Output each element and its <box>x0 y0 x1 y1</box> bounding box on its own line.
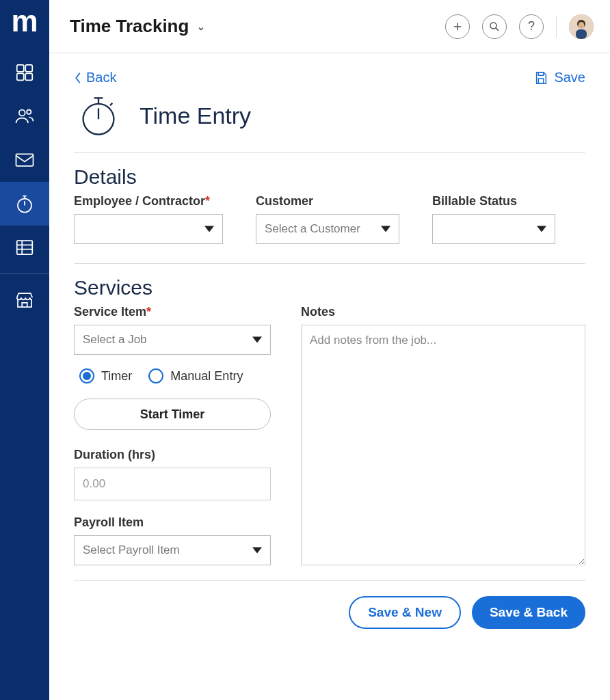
table-icon <box>14 237 35 258</box>
save-icon <box>533 70 548 85</box>
payroll-select[interactable]: Select Payroll Item <box>74 535 271 565</box>
details-row: Employee / Contractor* Customer Select a… <box>74 194 585 244</box>
save-back-button[interactable]: Save & Back <box>472 596 585 629</box>
page-title-row: Time Entry <box>74 94 585 137</box>
caret-down-icon <box>204 226 214 232</box>
sidebar-divider <box>0 273 49 274</box>
search-button[interactable] <box>482 14 507 39</box>
content: Back Save Time Entry Details Employee / … <box>49 53 610 700</box>
radio-circle-checked-icon <box>79 368 94 383</box>
section-divider <box>74 152 585 153</box>
footer-row: Save & New Save & Back <box>74 581 585 648</box>
header-actions: ? <box>445 14 594 39</box>
radio-manual-label: Manual Entry <box>170 369 243 383</box>
plus-icon <box>451 21 464 33</box>
people-icon <box>14 106 35 126</box>
svg-rect-6 <box>16 154 34 166</box>
sidebar-item-reports[interactable] <box>0 226 49 269</box>
help-button[interactable]: ? <box>519 14 544 39</box>
duration-label: Duration (hrs) <box>74 448 271 462</box>
duration-field: Duration (hrs) <box>74 448 271 500</box>
chevron-down-icon: ⌄ <box>197 21 205 32</box>
chevron-left-icon <box>74 72 82 84</box>
radio-timer[interactable]: Timer <box>79 368 132 383</box>
radio-timer-label: Timer <box>101 369 132 383</box>
billable-select[interactable] <box>432 214 555 244</box>
app-logo[interactable]: m <box>11 4 38 38</box>
svg-rect-13 <box>576 29 587 39</box>
notes-textarea[interactable] <box>301 325 585 565</box>
employee-select[interactable] <box>74 214 223 244</box>
employee-field: Employee / Contractor* <box>74 194 223 244</box>
add-button[interactable] <box>445 14 470 39</box>
radio-manual[interactable]: Manual Entry <box>148 368 243 383</box>
header-divider <box>556 16 557 38</box>
caret-down-icon <box>252 337 262 343</box>
svg-point-9 <box>490 23 496 29</box>
search-icon <box>488 21 501 33</box>
page-title: Time Entry <box>140 103 251 129</box>
service-item-placeholder: Select a Job <box>83 333 147 347</box>
caret-down-icon <box>537 226 546 232</box>
save-label: Save <box>554 70 585 85</box>
storefront-icon <box>14 290 35 310</box>
customer-select[interactable]: Select a Customer <box>256 214 399 244</box>
svg-rect-2 <box>17 73 24 80</box>
caret-down-icon <box>381 226 390 232</box>
sidebar: m <box>0 0 49 700</box>
caret-down-icon <box>252 548 262 554</box>
services-left: Service Item* Select a Job Timer Manual … <box>74 305 271 565</box>
sidebar-item-mail[interactable] <box>0 138 49 182</box>
customer-field: Customer Select a Customer <box>256 194 399 244</box>
billable-label: Billable Status <box>432 194 555 208</box>
svg-point-5 <box>27 110 31 114</box>
svg-rect-0 <box>17 65 24 72</box>
save-new-button[interactable]: Save & New <box>349 596 461 629</box>
billable-field: Billable Status <box>432 194 555 244</box>
payroll-field: Payroll Item Select Payroll Item <box>74 515 271 565</box>
svg-point-12 <box>579 22 585 29</box>
entry-mode-radios: Timer Manual Entry <box>79 368 271 383</box>
grid-icon <box>14 62 35 83</box>
save-link[interactable]: Save <box>533 70 585 85</box>
header-title-dropdown[interactable]: Time Tracking ⌄ <box>70 16 205 37</box>
customer-placeholder: Select a Customer <box>265 222 360 236</box>
question-icon: ? <box>528 19 535 33</box>
avatar-icon <box>569 14 594 39</box>
services-right: Notes <box>301 305 585 565</box>
svg-point-4 <box>19 110 25 116</box>
header: Time Tracking ⌄ ? <box>49 0 610 53</box>
svg-rect-8 <box>17 241 33 254</box>
stopwatch-icon <box>14 193 35 214</box>
sidebar-item-dashboard[interactable] <box>0 51 49 94</box>
details-title: Details <box>74 165 585 189</box>
payroll-placeholder: Select Payroll Item <box>83 543 180 557</box>
avatar[interactable] <box>569 14 594 39</box>
notes-label: Notes <box>301 305 585 319</box>
header-title-text: Time Tracking <box>70 16 189 37</box>
customer-label: Customer <box>256 194 399 208</box>
stopwatch-large-icon <box>77 94 120 137</box>
services-title: Services <box>74 276 585 299</box>
back-link[interactable]: Back <box>74 70 116 85</box>
employee-label: Employee / Contractor* <box>74 194 223 208</box>
service-item-label: Service Item* <box>74 305 271 319</box>
back-label: Back <box>86 70 116 85</box>
sidebar-item-contacts[interactable] <box>0 94 49 138</box>
services-grid: Service Item* Select a Job Timer Manual … <box>74 305 585 565</box>
section-divider <box>74 263 585 264</box>
top-row: Back Save <box>74 70 585 85</box>
start-timer-button[interactable]: Start Timer <box>74 399 271 430</box>
sidebar-item-marketplace[interactable] <box>0 278 49 322</box>
service-item-field: Service Item* Select a Job <box>74 305 271 355</box>
svg-rect-3 <box>25 73 32 80</box>
sidebar-item-time[interactable] <box>0 182 49 226</box>
radio-circle-icon <box>148 368 163 383</box>
mail-icon <box>14 150 35 170</box>
svg-rect-14 <box>539 72 544 75</box>
svg-rect-1 <box>25 65 32 72</box>
payroll-label: Payroll Item <box>74 515 271 530</box>
duration-input[interactable] <box>74 468 271 500</box>
service-item-select[interactable]: Select a Job <box>74 325 271 355</box>
svg-rect-15 <box>539 78 544 83</box>
